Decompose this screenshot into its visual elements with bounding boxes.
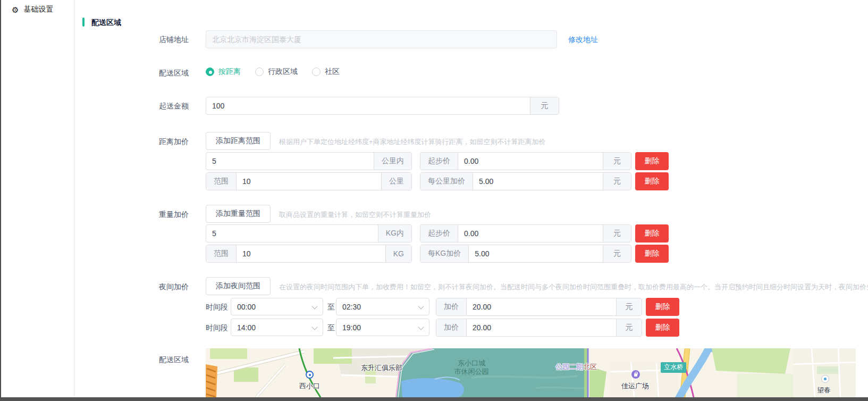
chevron-down-icon [418,303,424,309]
add-weight-range-button[interactable]: 添加重量范围 [206,205,271,223]
map-place-park: 东小口城 市休闲公园 [440,359,503,376]
area-type-label: 配送区域 [82,69,189,78]
night-row1-price-input[interactable] [467,298,616,315]
radio-community[interactable]: 社区 [312,67,340,77]
sidebar-item-basic-settings[interactable]: ⚙ 基础设置 [1,0,74,19]
window-bottom-edge [0,397,868,401]
section-accent-bar [82,18,85,27]
radio-dot-icon [255,68,264,76]
weight-row1-unit: KG内 [378,225,411,242]
weight-row2-value-input[interactable] [237,245,385,262]
night-row1-price-label: 加价 [436,298,467,315]
weight-row1-range-group: KG内 [206,224,412,243]
weight-row2-range-group: 范围 KG [206,245,412,263]
radio-admin-region[interactable]: 行政区域 [255,67,298,77]
store-address-group [206,30,557,48]
weight-row1-value-input[interactable] [206,225,378,242]
night-markup-label: 夜间加价 [82,282,189,292]
area-type-radio-group: 按距离 行政区域 社区 [206,67,340,77]
night-row2-period-label: 时间段 [206,323,228,333]
weight-row2-price-input[interactable] [469,245,603,262]
distance-row1-price-unit: 元 [603,153,631,170]
weight-hint: 取商品设置的重量计算，如留空则不计算重量加价 [279,210,431,220]
store-address-label: 店铺地址 [82,35,189,45]
delivery-settings-page: ⚙ 基础设置 配送区域 店铺地址 修改地址 配送区域 按距离 行政区域 社区 起… [0,0,868,401]
distance-row2-price-unit: 元 [603,173,631,190]
distance-row1-unit: 公里内 [374,153,411,170]
chevron-down-icon [311,324,317,330]
weight-row1-price-label: 起步价 [420,225,458,242]
sidebar-item-label: 基础设置 [23,5,53,14]
distance-row2-value-input[interactable] [237,173,381,190]
modify-address-link[interactable]: 修改地址 [568,35,598,45]
weight-row2-price-unit: 元 [603,245,631,262]
chevron-down-icon [311,303,317,309]
gear-icon: ⚙ [12,6,19,14]
min-amount-label: 起送金额 [82,102,189,111]
add-night-range-button[interactable]: 添加夜间范围 [206,277,271,295]
section-title: 配送区域 [91,18,121,28]
weight-row2-unit: KG [385,245,411,262]
night-row1-price-group: 加价 元 [436,298,642,316]
distance-hint: 根据用户下单定位地址经纬度+商家地址经纬度计算骑行距离，如留空则不计算距离加价 [279,137,546,147]
distance-row1-delete-button[interactable]: 删除 [635,152,669,170]
chevron-down-icon [418,324,424,330]
distance-row1-price-label: 起步价 [420,153,458,170]
weight-markup-label: 重量加价 [82,210,189,220]
weight-row2-range-label: 范围 [206,245,237,262]
night-row2-to-label: 至 [327,323,335,333]
map-place-lishuiqiao: 立水桥 [661,362,686,373]
distance-row1-value-input[interactable] [206,153,374,170]
map-place-dongshenghui-club: 东升汇俱乐部 [361,363,402,373]
night-row2-end-select[interactable]: 19:00 [336,319,429,336]
night-row1-end-select[interactable]: 02:30 [336,298,429,315]
distance-row1-price-input[interactable] [458,153,603,170]
night-row1-period-label: 时间段 [206,303,228,312]
night-row1-to-label: 至 [327,303,335,312]
mall-icon [631,370,641,379]
distance-row1-range-group: 公里内 [206,152,412,170]
map-area-label: 配送区域 [82,355,189,365]
night-row1-delete-button[interactable]: 删除 [646,298,679,316]
distance-row2-price-group: 每公里加价 元 [420,172,631,190]
night-row2-price-unit: 元 [616,319,642,336]
night-row1-start-select[interactable]: 00:00 [231,298,323,315]
distance-row2-unit: 公里 [381,173,411,190]
sidebar: ⚙ 基础设置 [1,0,74,397]
add-distance-range-button[interactable]: 添加距离范围 [206,132,271,150]
night-row2-start-select[interactable]: 14:00 [231,319,323,336]
map-place-xixiaokou: 西小口 [299,381,320,391]
min-amount-input[interactable] [206,97,530,114]
weight-row1-price-group: 起步价 元 [420,224,631,243]
distance-row2-delete-button[interactable]: 删除 [635,172,669,190]
distance-row2-price-label: 每公里加价 [420,173,473,190]
map-place-wangchun: 望春 [817,386,831,395]
weight-row1-delete-button[interactable]: 删除 [635,224,669,243]
store-address-input[interactable] [206,31,557,48]
radio-by-distance[interactable]: 按距离 [206,67,241,77]
weight-row2-price-group: 每KG加价 元 [420,245,631,263]
weight-row1-price-input[interactable] [458,225,603,242]
delivery-map[interactable]: 西小口 东升汇俱乐部 东小口城 市休闲公园 公园二期北区 佳运广场 立水桥 望春 [206,348,856,397]
min-amount-unit: 元 [530,97,559,114]
distance-markup-label: 距离加价 [82,137,189,147]
night-row2-price-group: 加价 元 [436,319,642,337]
night-row1-price-unit: 元 [616,298,642,315]
min-amount-group: 元 [206,97,559,115]
map-place-park-phase2: 公园二期北区 [555,362,597,372]
poi-icon [821,375,829,383]
metro-station-icon [306,371,314,379]
weight-row2-delete-button[interactable]: 删除 [635,245,669,263]
night-row2-price-input[interactable] [467,319,616,336]
map-place-jiayun-plaza: 佳运广场 [621,381,649,391]
weight-row1-price-unit: 元 [603,225,631,242]
radio-dot-icon [312,68,321,76]
distance-row2-price-input[interactable] [473,173,603,190]
distance-row1-price-group: 起步价 元 [420,152,631,170]
night-hint: 在设置的夜间时间范围内下单，加收费用！如留空，则不计算夜间加价。当配送时间与多个… [279,282,868,292]
distance-row2-range-group: 范围 公里 [206,172,412,190]
night-row2-price-label: 加价 [436,319,467,336]
night-row2-delete-button[interactable]: 删除 [646,319,679,337]
radio-dot-icon [206,68,214,76]
distance-row2-range-label: 范围 [206,173,237,190]
